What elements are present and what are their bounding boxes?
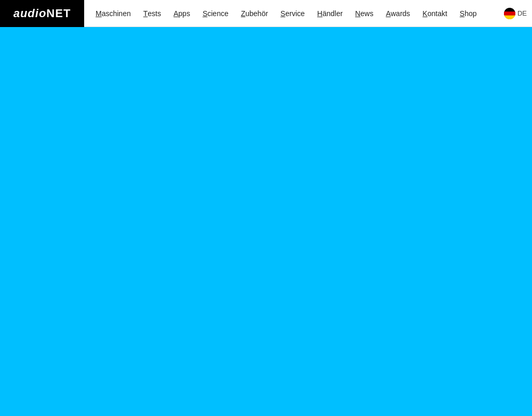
nav-item-kontakt[interactable]: Kontakt: [416, 0, 453, 27]
nav-item-news[interactable]: News: [349, 0, 380, 27]
main-content: [0, 27, 532, 416]
nav-item-service[interactable]: Service: [274, 0, 311, 27]
language-selector[interactable]: DE: [499, 8, 532, 19]
nav-item-maschinen[interactable]: Maschinen: [89, 0, 137, 27]
language-code: DE: [517, 9, 527, 17]
logo[interactable]: audioNET: [0, 0, 84, 27]
nav-item-science[interactable]: Science: [196, 0, 235, 27]
svg-rect-6: [504, 15, 515, 19]
nav-item-hndler[interactable]: Händler: [311, 0, 349, 27]
nav-item-apps[interactable]: Apps: [167, 0, 196, 27]
nav-item-shop[interactable]: Shop: [454, 0, 483, 27]
nav-item-tests[interactable]: Tests: [137, 0, 167, 27]
main-nav: MaschinenTestsAppsScienceZubehörServiceH…: [84, 0, 499, 27]
site-header: audioNET MaschinenTestsAppsScienceZubehö…: [0, 0, 532, 27]
logo-text: audioNET: [14, 7, 71, 20]
nav-item-awards[interactable]: Awards: [380, 0, 417, 27]
svg-rect-4: [504, 8, 515, 11]
flag-icon: [504, 8, 515, 19]
svg-rect-5: [504, 11, 515, 15]
nav-item-zubehr[interactable]: Zubehör: [235, 0, 274, 27]
